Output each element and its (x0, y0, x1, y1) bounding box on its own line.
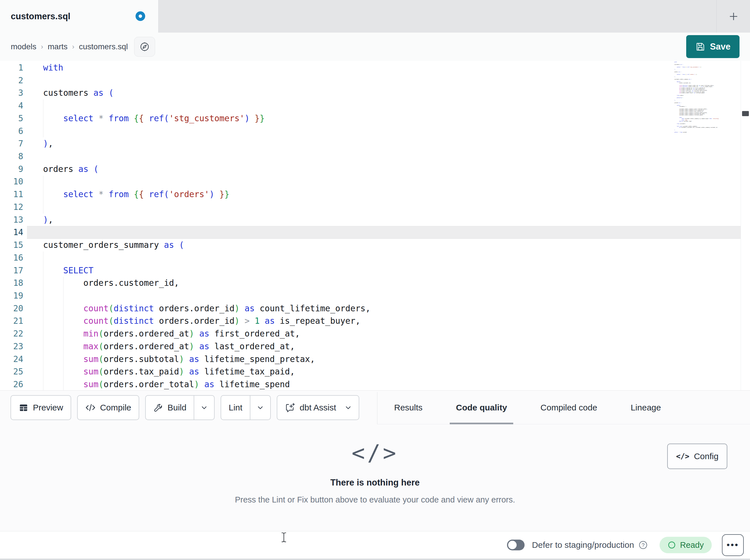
lint-button[interactable]: Lint (221, 396, 250, 419)
ellipsis-icon: ••• (727, 544, 739, 546)
code-line-17[interactable]: 17 SELECT (0, 264, 741, 277)
lint-button-label: Lint (229, 403, 242, 412)
breadcrumb-separator: › (41, 43, 43, 51)
defer-toggle[interactable] (507, 540, 525, 551)
preview-button[interactable]: Preview (11, 395, 71, 420)
code-line-2[interactable]: 2 (0, 74, 741, 87)
line-number: 6 (0, 125, 27, 138)
dbt-assist-label: dbt Assist (300, 403, 336, 412)
save-button[interactable]: Save (686, 35, 739, 58)
code-line-23[interactable]: 23 max(orders.ordered_at) as last_ordere… (0, 340, 741, 353)
compile-button-label: Compile (100, 403, 131, 412)
code-line-1[interactable]: 1with (0, 61, 741, 74)
build-dropdown-button[interactable] (194, 396, 214, 419)
chevron-down-icon (200, 403, 209, 412)
dbt-assist-chevron[interactable] (343, 396, 359, 419)
breadcrumb-separator: › (72, 43, 74, 51)
empty-state: </> There is nothing here Press the Lint… (0, 440, 750, 504)
code-line-22[interactable]: 22 min(orders.ordered_at) as first_order… (0, 328, 741, 340)
line-number: 21 (0, 315, 27, 328)
open-file-tab[interactable]: customers.sql (0, 0, 158, 33)
code-line-3[interactable]: 3customers as ( (0, 87, 741, 99)
lineage-compass-button[interactable] (134, 37, 155, 57)
code-line-18[interactable]: 18 orders.customer_id, (0, 277, 741, 290)
code-line-24[interactable]: 24 sum(orders.subtotal) as lifetime_spen… (0, 353, 741, 366)
toggle-knob (508, 541, 517, 549)
tab-results[interactable]: Results (388, 391, 429, 424)
code-line-20[interactable]: 20 count(distinct orders.order_id) as co… (0, 302, 741, 315)
scrollbar-track (741, 61, 741, 390)
code-line-9[interactable]: 9orders as ( (0, 163, 741, 175)
code-editor[interactable]: 1with23customers as (45 select * from {{… (0, 61, 750, 390)
code-line-21[interactable]: 21 count(distinct orders.order_id) > 1 a… (0, 315, 741, 328)
code-line-6[interactable]: 6 (0, 125, 741, 138)
config-button[interactable]: </> Config (667, 443, 727, 469)
line-number: 7 (0, 138, 27, 150)
code-lines[interactable]: 1with23customers as (45 select * from {{… (0, 61, 741, 390)
tab-compiled-code[interactable]: Compiled code (534, 391, 604, 424)
empty-state-title: There is nothing here (0, 478, 750, 488)
code-line-15[interactable]: 15customer_orders_summary as ( (0, 239, 741, 251)
defer-label: Defer to staging/production (532, 540, 634, 550)
indent-guide (43, 251, 43, 390)
code-line-12[interactable]: 12 (0, 201, 741, 213)
indent-guide (63, 277, 63, 390)
minimap[interactable]: with customers as ( select * from {{ ref… (674, 61, 741, 133)
code-line-19[interactable]: 19 (0, 290, 741, 302)
code-line-7[interactable]: 7), (0, 138, 741, 150)
line-number: 15 (0, 239, 27, 251)
breadcrumb: models › marts › customers.sql (11, 42, 128, 51)
plus-icon (728, 11, 739, 22)
line-number: 14 (0, 226, 27, 239)
line-number: 26 (0, 378, 27, 390)
dbt-assist-button[interactable]: dbt Assist (277, 395, 359, 420)
indent-guide (43, 99, 43, 138)
more-options-button[interactable]: ••• (722, 534, 744, 556)
action-toolbar: Preview Compile Build (11, 395, 359, 420)
code-icon: </> (676, 452, 689, 461)
compile-button[interactable]: Compile (77, 395, 139, 420)
new-tab-button[interactable] (716, 0, 750, 33)
svg-text:?: ? (642, 542, 645, 548)
code-line-8[interactable]: 8 (0, 150, 741, 163)
line-number: 9 (0, 163, 27, 175)
code-line-4[interactable]: 4 (0, 99, 741, 112)
code-line-5[interactable]: 5 select * from {{ ref('stg_customers') … (0, 112, 741, 125)
ready-circle-icon (668, 541, 676, 549)
code-line-11[interactable]: 11 select * from {{ ref('orders') }} (0, 188, 741, 201)
minimap-line: select * from joined (674, 132, 741, 133)
scrollbar-thumb[interactable] (742, 111, 749, 116)
help-icon[interactable]: ? (638, 540, 648, 550)
preview-button-label: Preview (33, 403, 63, 412)
lint-dropdown-button[interactable] (250, 396, 270, 419)
build-button[interactable]: Build (146, 396, 194, 419)
chat-sparkle-icon (285, 402, 295, 413)
unsaved-changes-dot-icon (136, 11, 145, 21)
breadcrumb-item: models (11, 42, 36, 51)
save-button-label: Save (710, 42, 730, 52)
line-number: 25 (0, 366, 27, 378)
line-number: 8 (0, 150, 27, 163)
chevron-down-icon (256, 403, 264, 412)
panel-tabs: Results Code quality Compiled code Linea… (388, 391, 667, 424)
code-line-16[interactable]: 16 (0, 251, 741, 264)
line-number: 24 (0, 353, 27, 366)
line-number: 1 (0, 61, 27, 74)
code-icon (85, 403, 96, 412)
code-line-25[interactable]: 25 sum(orders.tax_paid) as lifetime_tax_… (0, 366, 741, 378)
editor-tab-bar: customers.sql (0, 0, 750, 33)
code-line-14[interactable]: 14 (0, 226, 741, 239)
tab-code-quality[interactable]: Code quality (450, 391, 513, 424)
compass-icon (139, 41, 150, 53)
tab-lineage[interactable]: Lineage (625, 391, 667, 424)
lint-split-button[interactable]: Lint (221, 395, 271, 420)
build-split-button[interactable]: Build (145, 395, 215, 420)
code-slash-icon: </> (0, 440, 750, 466)
line-number: 16 (0, 251, 27, 264)
code-line-10[interactable]: 10 (0, 175, 741, 188)
ready-label: Ready (680, 540, 704, 550)
line-number: 20 (0, 302, 27, 315)
code-line-26[interactable]: 26 sum(orders.order_total) as lifetime_s… (0, 378, 741, 390)
code-line-13[interactable]: 13), (0, 213, 741, 226)
line-number: 13 (0, 213, 27, 226)
